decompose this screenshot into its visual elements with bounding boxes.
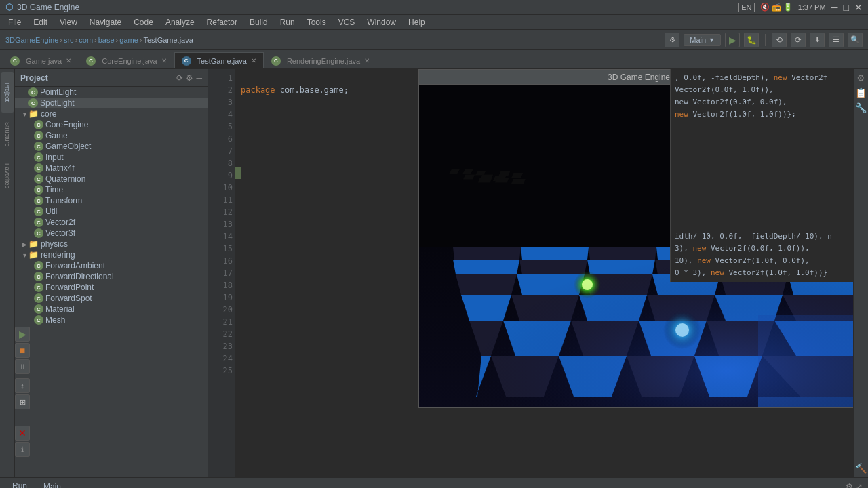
tree-item-spotlight[interactable]: C SpotLight [15,98,208,108]
tab-icon-game: C [10,56,20,66]
tree-item-pointlight[interactable]: C PointLight [15,87,208,98]
run-button[interactable]: ▶ [725,33,740,47]
tree-item-transform[interactable]: C Transform [15,195,208,206]
play-btn[interactable]: ▶ [15,327,30,342]
breadcrumb-sep4: › [116,36,119,44]
expand-icon[interactable]: ⤢ [856,482,863,489]
tree-item-core[interactable]: ▾ 📁 core [15,108,208,119]
side-icons: ⚙ 📋 🔧 🔨 [853,69,868,477]
tab-icon-coreengine: C [86,56,96,66]
tree-item-vector3f[interactable]: C Vector3f [15,228,208,239]
tree-item-util[interactable]: C Util [15,206,208,217]
breadcrumb-sep5: › [140,36,142,44]
breadcrumb-project[interactable]: 3DGameEngine [5,36,58,44]
tree-item-rendering[interactable]: ▾ 📁 rendering [15,249,208,260]
minimize-button[interactable]: ─ [831,2,838,13]
tree-item-time[interactable]: C Time [15,184,208,195]
sidebar-title: Project [20,73,48,83]
tab-renderingengine-java[interactable]: C RenderingEngine.java ✕ [264,52,377,68]
code-right-line4: new Vector2f(1.0f, 1.0f))}; [675,108,849,121]
tree-item-forwardpoint[interactable]: C ForwardPoint [15,282,208,293]
bottom-tab-run[interactable]: Run [5,480,34,489]
tree-item-material[interactable]: C Material [15,304,208,314]
bottom-tab-main[interactable]: Main [37,481,68,489]
vtab-favorites[interactable]: Favorites [1,156,14,197]
settings-icon[interactable]: ⚙ [846,482,853,489]
menu-refactor[interactable]: Refactor [201,16,243,28]
tree-item-coreengine[interactable]: C CoreEngine [15,119,208,130]
tree-item-mesh[interactable]: C Mesh [15,314,208,325]
tree-item-gameobject[interactable]: C GameObject [15,141,208,152]
breadcrumb-game[interactable]: game [119,36,138,44]
tree-icon-spotlight: C [28,98,38,108]
tree-item-matrix4f[interactable]: C Matrix4f [15,163,208,174]
tab-game-java[interactable]: C Game.java ✕ [3,52,79,68]
menu-build[interactable]: Build [244,16,273,28]
toolbar-settings[interactable]: ⚙ [665,33,679,47]
stop-btn[interactable]: ■ [15,343,30,358]
breadcrumb-file[interactable]: TestGame.java [143,36,193,44]
sidebar-gear-icon[interactable]: ⚙ [186,73,193,83]
pause-btn[interactable]: ⏸ [15,359,30,374]
menu-file[interactable]: File [3,16,26,28]
menu-help[interactable]: Help [403,16,431,28]
vtab-structure[interactable]: Structure [1,114,14,155]
code-right-spacer [675,121,849,230]
tree-item-forwardambient[interactable]: C ForwardAmbient [15,260,208,271]
run-config-selector[interactable]: Main ▼ [684,34,721,46]
tab-close-renderingengine[interactable]: ✕ [364,57,370,64]
tab-testgame-java[interactable]: C TestGame.java ✕ [174,52,264,68]
tree-label-coreengine: CoreEngine [45,120,88,129]
tree-item-input[interactable]: C Input [15,152,208,163]
menu-run[interactable]: Run [275,16,300,28]
menu-edit[interactable]: Edit [28,16,53,28]
side-icon-build[interactable]: 🔨 [855,462,867,474]
menu-vcs[interactable]: VCS [333,16,361,28]
scroll-btn[interactable]: ↕ [15,378,30,393]
side-icon-3[interactable]: 🔧 [855,102,867,114]
close-button[interactable]: ✕ [854,2,863,13]
menu-analyze[interactable]: Analyze [160,16,200,28]
menu-tools[interactable]: Tools [302,16,332,28]
tree-item-physics[interactable]: ▶ 📁 physics [15,239,208,249]
info-btn[interactable]: ℹ [15,442,30,457]
sidebar-minimize-icon[interactable]: ─ [196,73,202,83]
toolbar-btn1[interactable]: ⟲ [772,33,787,47]
tab-close-coreengine[interactable]: ✕ [161,57,167,64]
filter-btn[interactable]: ⊞ [15,394,30,409]
tab-close-testgame[interactable]: ✕ [251,57,256,64]
bottom-tab-bar: Run Main ⚙ ⤢ [0,478,868,488]
sys-icons: 🔇 📻 🔋 [760,3,793,12]
tree-item-game[interactable]: C Game [15,130,208,141]
menu-window[interactable]: Window [361,16,401,28]
menu-view[interactable]: View [54,16,83,28]
maximize-button[interactable]: □ [844,2,849,13]
breadcrumb-com[interactable]: com [79,36,93,44]
tab-icon-testgame: C [182,56,191,66]
tree-item-vector2f[interactable]: C Vector2f [15,217,208,228]
vtab-project[interactable]: Project [1,72,14,113]
breadcrumb-base[interactable]: base [98,36,115,44]
toolbar-btn2[interactable]: ⟳ [791,33,806,47]
tab-close-game[interactable]: ✕ [66,57,71,64]
menu-code[interactable]: Code [128,16,159,28]
menu-navigate[interactable]: Navigate [84,16,127,28]
tab-coreengine-java[interactable]: C CoreEngine.java ✕ [79,52,174,68]
tree-label-forwardspot: ForwardSpot [45,293,92,303]
breadcrumb-src[interactable]: src [64,36,74,44]
error-btn[interactable]: ✕ [15,426,30,441]
tree-item-quaternion[interactable]: C Quaternion [15,174,208,184]
toolbar-btn4[interactable]: ☰ [829,33,844,47]
breadcrumb-sep1: › [60,36,62,44]
tree-item-forwardspot[interactable]: C ForwardSpot [15,293,208,304]
side-icon-1[interactable]: ⚙ [855,72,867,84]
side-icon-2[interactable]: 📋 [855,87,867,99]
tree-label-quaternion: Quaternion [45,174,85,184]
debug-button[interactable]: 🐛 [744,33,759,47]
editor-area: 1234567891011121314151617181920212223242… [208,69,853,477]
code-right-line5: idth/ 10, 0.0f, -fieldDepth/ 10), n [675,230,849,243]
tree-item-forwarddirectional[interactable]: C ForwardDirectional [15,271,208,282]
sidebar-sync-icon[interactable]: ⟳ [176,73,183,83]
toolbar-btn3[interactable]: ⬇ [810,33,825,47]
toolbar-btn5[interactable]: 🔍 [848,33,863,47]
